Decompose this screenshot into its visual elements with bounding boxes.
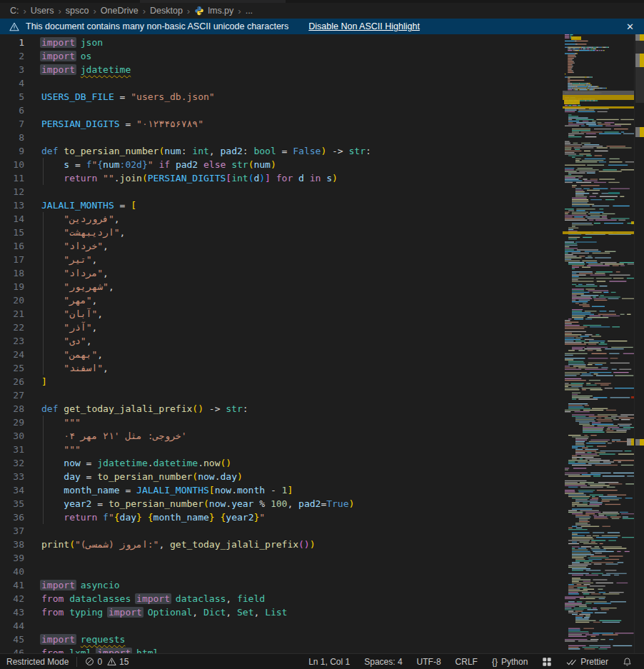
code-line[interactable]: 24 "بهمن",: [0, 348, 103, 361]
code-line[interactable]: 40: [0, 565, 41, 578]
warning-ruler-mark: [640, 127, 644, 137]
code-line[interactable]: 39: [0, 551, 41, 565]
code-line[interactable]: 27: [0, 388, 41, 402]
code-line[interactable]: 18 "مرداد",: [0, 266, 109, 280]
problems-indicator[interactable]: 015: [79, 654, 135, 669]
code-token: "users_db.json": [131, 91, 214, 102]
code-line[interactable]: 3import jdatetime: [0, 63, 131, 76]
restricted-mode-badge[interactable]: Restricted Mode: [0, 654, 75, 669]
code-token: year: [231, 498, 253, 509]
code-token: [41, 417, 64, 428]
code-line[interactable]: 7PERSIAN_DIGITS = "۰۱۲۳۴۵۶۷۸۹": [0, 117, 203, 131]
scrollbar-thumb[interactable]: [635, 34, 644, 103]
close-icon[interactable]: ✕: [623, 21, 637, 32]
code-line[interactable]: 16 "خرداد",: [0, 239, 109, 253]
statusbar-item-indentation[interactable]: Spaces: 4: [358, 654, 408, 669]
breadcrumb-item[interactable]: Users: [31, 6, 54, 16]
code-line[interactable]: 23 "دی",: [0, 334, 91, 348]
breadcrumb-item[interactable]: Desktop: [150, 6, 183, 16]
breadcrumb-item[interactable]: OneDrive: [101, 6, 139, 16]
code-line[interactable]: 11 return "".join(PERSIAN_DIGITS[int(d)]…: [0, 171, 338, 185]
indent-guide: [43, 239, 44, 253]
code-line[interactable]: 34 month_name = JALALI_MONTHS[now.month …: [0, 483, 293, 497]
code-line[interactable]: 44: [0, 619, 41, 633]
breadcrumb-file[interactable]: lms.py: [194, 6, 233, 16]
code-line[interactable]: 19 "شهریور",: [0, 280, 114, 293]
line-number: 35: [0, 497, 24, 510]
code-line[interactable]: 2import os: [0, 49, 91, 63]
breadcrumb-symbol[interactable]: ...: [246, 6, 253, 16]
indent-guide: [43, 266, 44, 280]
code-line[interactable]: 14 "فروردین",: [0, 212, 120, 226]
code-line[interactable]: 37: [0, 524, 41, 538]
code-token: [41, 241, 64, 251]
code-line[interactable]: 41import asyncio: [0, 578, 120, 592]
code-line[interactable]: 25 "اسفند",: [0, 361, 109, 375]
indent-guide: [43, 212, 44, 226]
overview-ruler[interactable]: [634, 34, 644, 653]
code-line[interactable]: 38print("امروز (شمسی):", get_today_jalal…: [0, 538, 316, 551]
code-token: ,: [86, 336, 92, 346]
line-number: 13: [0, 198, 24, 212]
code-token: ): [237, 471, 243, 482]
code-line[interactable]: 33 day = to_persian_number(now.day): [0, 470, 243, 483]
warning-count: 15: [119, 657, 129, 667]
indent-guide: [43, 334, 44, 348]
code-line[interactable]: 26]: [0, 375, 47, 388]
code-line[interactable]: 13JALALI_MONTHS = [: [0, 198, 136, 212]
code-token: [64, 593, 69, 604]
warning-ruler-mark: [640, 34, 644, 41]
code-line[interactable]: 10 s = f"{num:02d}" if pad2 else str(num…: [0, 158, 276, 171]
code-token: [41, 322, 64, 333]
code-token: [41, 295, 64, 306]
code-line[interactable]: 12: [0, 185, 41, 198]
code-line[interactable]: 28def get_today_jalali_prefix() -> str:: [0, 402, 248, 416]
code-token: in: [310, 173, 321, 183]
code-line[interactable]: 32 now = jdatetime.datetime.now(): [0, 456, 231, 470]
code-line[interactable]: 31 """: [0, 443, 81, 456]
statusbar-item-encoding[interactable]: UTF-8: [411, 654, 448, 669]
code-line[interactable]: 8: [0, 131, 41, 144]
minimap[interactable]: [563, 34, 634, 653]
code-line[interactable]: 22 "آذر",: [0, 321, 97, 334]
statusbar-item-cursor-position[interactable]: Ln 1, Col 1: [302, 654, 356, 669]
code-line[interactable]: 9def to_persian_number(num: int, pad2: b…: [0, 144, 371, 158]
code-line[interactable]: 45import requests: [0, 633, 125, 646]
line-number: 44: [0, 619, 24, 633]
code-line[interactable]: 36 return f"{day} {month_name} {year2}": [0, 510, 265, 524]
code-token: [41, 458, 64, 468]
statusbar-item-grid[interactable]: [535, 654, 558, 669]
code-line[interactable]: 15 "اردیبهشت",: [0, 226, 125, 239]
code-token: ,: [97, 349, 103, 360]
statusbar-item-language-mode[interactable]: {}Python: [485, 654, 534, 669]
code-token: num: [103, 159, 119, 170]
code-line[interactable]: 17 "تیر",: [0, 253, 97, 266]
code-line[interactable]: 35 year2 = to_persian_number(now.year % …: [0, 497, 354, 510]
code-line[interactable]: 6: [0, 104, 41, 117]
statusbar-item-notifications[interactable]: [616, 654, 638, 669]
code-line[interactable]: 42from dataclasses import dataclass, fie…: [0, 592, 265, 605]
code-token: ,: [209, 146, 221, 156]
code-line[interactable]: 4: [0, 76, 41, 90]
code-line[interactable]: 43from typing import Optional, Dict, Set…: [0, 605, 287, 619]
code-token: print: [41, 539, 69, 550]
code-token: str: [349, 146, 366, 156]
braces-icon: {}: [492, 657, 498, 667]
line-number: 27: [0, 388, 24, 402]
code-token: ): [310, 539, 316, 550]
code-area[interactable]: 1import json2import os3import jdatetime4…: [0, 34, 563, 653]
code-line[interactable]: 20 "مهر",: [0, 293, 97, 307]
code-line[interactable]: 30 خروجی: مثل '۲۱ مهر ۰۴': [0, 429, 187, 443]
code-line[interactable]: 5USERS_DB_FILE = "users_db.json": [0, 90, 215, 104]
code-line[interactable]: 1import json: [0, 36, 103, 49]
statusbar-label: CRLF: [456, 657, 478, 667]
code-line[interactable]: 21 "آبان",: [0, 307, 103, 321]
statusbar-item-eol[interactable]: CRLF: [449, 654, 484, 669]
code-line[interactable]: 29 """: [0, 416, 81, 429]
code-line[interactable]: 46from lxml import html: [0, 646, 159, 653]
disable-non-ascii-highlight-link[interactable]: Disable Non ASCII Highlight: [308, 21, 420, 31]
editor: 1import json2import os3import jdatetime4…: [0, 34, 644, 653]
breadcrumb-item[interactable]: spsco: [66, 6, 89, 16]
breadcrumb-item[interactable]: C:: [10, 6, 19, 16]
statusbar-item-prettier[interactable]: Prettier: [560, 654, 615, 669]
